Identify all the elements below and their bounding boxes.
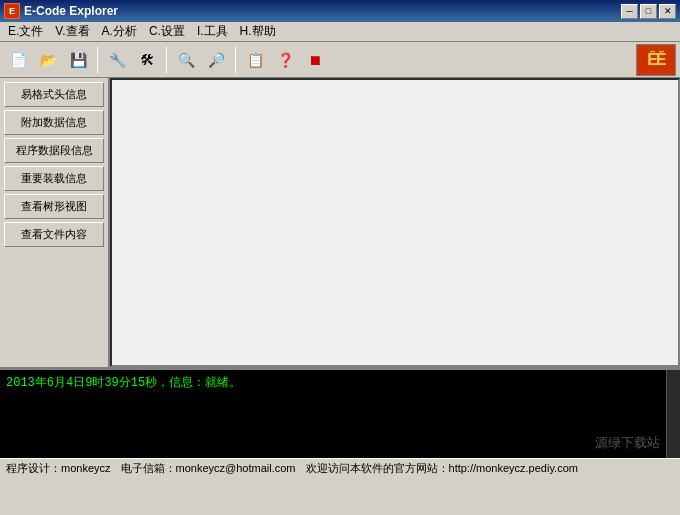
- toolbar-copy-button[interactable]: 📋: [241, 46, 269, 74]
- console-watermark: 源绿下载站: [595, 434, 660, 452]
- sidebar: 易格式头信息 附加数据信息 程序数据段信息 重要装载信息 查看树形视图 查看文件…: [0, 78, 110, 367]
- help-icon: ❓: [274, 49, 296, 71]
- toolbar: 📄 📂 💾 🔧 🛠 🔍 🔎 📋 ❓ ⏹ ĒĒ: [0, 42, 680, 78]
- toolbar-separator-1: [97, 47, 98, 73]
- toolbar-tools-button[interactable]: 🛠: [133, 46, 161, 74]
- console-scrollbar[interactable]: [666, 370, 680, 458]
- toolbar-separator-3: [235, 47, 236, 73]
- content-area: [110, 78, 680, 367]
- stop-icon: ⏹: [304, 49, 326, 71]
- open-folder-icon: 📂: [37, 49, 59, 71]
- title-bar-buttons: ─ □ ✕: [621, 4, 676, 19]
- wrench-icon: 🔧: [106, 49, 128, 71]
- menu-file[interactable]: E.文件: [2, 21, 49, 42]
- toolbar-analyze2-button[interactable]: 🔎: [202, 46, 230, 74]
- close-button[interactable]: ✕: [659, 4, 676, 19]
- menu-bar: E.文件 V.查看 A.分析 C.设置 I.工具 H.帮助: [0, 22, 680, 42]
- sidebar-import-info[interactable]: 重要装载信息: [4, 166, 104, 191]
- menu-tools[interactable]: I.工具: [191, 21, 234, 42]
- tools-icon: 🛠: [136, 49, 158, 71]
- toolbar-save-button[interactable]: 💾: [64, 46, 92, 74]
- status-website: 欢迎访问本软件的官方网站：http://monkeycz.pediy.com: [306, 461, 578, 476]
- sidebar-file-content[interactable]: 查看文件内容: [4, 222, 104, 247]
- menu-view[interactable]: V.查看: [49, 21, 95, 42]
- toolbar-open-button[interactable]: 📂: [34, 46, 62, 74]
- new-icon: 📄: [7, 49, 29, 71]
- menu-analyze[interactable]: A.分析: [96, 21, 143, 42]
- toolbar-separator-2: [166, 47, 167, 73]
- menu-settings[interactable]: C.设置: [143, 21, 191, 42]
- toolbar-new-button[interactable]: 📄: [4, 46, 32, 74]
- sidebar-tree-view[interactable]: 查看树形视图: [4, 194, 104, 219]
- title-bar: E E-Code Explorer ─ □ ✕: [0, 0, 680, 22]
- maximize-button[interactable]: □: [640, 4, 657, 19]
- sidebar-extra-data[interactable]: 附加数据信息: [4, 110, 104, 135]
- analyze2-icon: 🔎: [205, 49, 227, 71]
- status-email: 电子信箱：monkeycz@hotmail.com: [121, 461, 296, 476]
- save-icon: 💾: [67, 49, 89, 71]
- status-designer: 程序设计：monkeycz: [6, 461, 111, 476]
- console-area: 2013年6月4日9时39分15秒，信息：就绪。 源绿下载站: [0, 368, 680, 458]
- toolbar-wrench-button[interactable]: 🔧: [103, 46, 131, 74]
- console-text: 2013年6月4日9时39分15秒，信息：就绪。: [6, 374, 674, 391]
- minimize-button[interactable]: ─: [621, 4, 638, 19]
- toolbar-stop-button[interactable]: ⏹: [301, 46, 329, 74]
- analyze-icon: 🔍: [175, 49, 197, 71]
- status-bar: 程序设计：monkeycz 电子信箱：monkeycz@hotmail.com …: [0, 458, 680, 478]
- copy-icon: 📋: [244, 49, 266, 71]
- menu-help[interactable]: H.帮助: [234, 21, 282, 42]
- app-logo: ĒĒ: [636, 44, 676, 76]
- main-area: 易格式头信息 附加数据信息 程序数据段信息 重要装载信息 查看树形视图 查看文件…: [0, 78, 680, 368]
- title-bar-text: E-Code Explorer: [24, 4, 621, 18]
- sidebar-section-data[interactable]: 程序数据段信息: [4, 138, 104, 163]
- app-icon: E: [4, 3, 20, 19]
- sidebar-pe-header[interactable]: 易格式头信息: [4, 82, 104, 107]
- toolbar-help-button[interactable]: ❓: [271, 46, 299, 74]
- toolbar-analyze1-button[interactable]: 🔍: [172, 46, 200, 74]
